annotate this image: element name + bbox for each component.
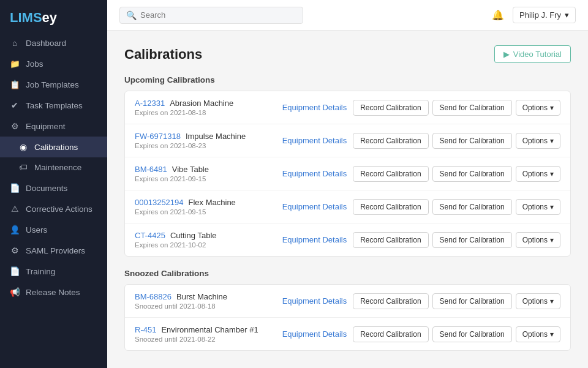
options-chevron-icon: ▾ xyxy=(550,330,554,339)
options-button[interactable]: Options ▾ xyxy=(516,100,560,116)
documents-icon: 📄 xyxy=(10,183,20,193)
cal-info: CT-4425 Cutting Table Expires on 2021-10… xyxy=(135,231,274,249)
cal-id[interactable]: CT-4425 xyxy=(135,231,165,240)
send-for-calibration-button[interactable]: Send for Calibration xyxy=(432,293,512,309)
sidebar-item-saml-providers[interactable]: ⚙SAML Providers xyxy=(0,240,107,261)
page-header: Calibrations ▶ Video Tutorial xyxy=(124,45,571,63)
options-button[interactable]: Options ▾ xyxy=(516,133,560,149)
page-title: Calibrations xyxy=(124,47,202,62)
send-for-calibration-button[interactable]: Send for Calibration xyxy=(432,100,512,116)
user-menu[interactable]: Philip J. Fry ▾ xyxy=(513,7,576,23)
sidebar-item-equipment[interactable]: ⚙Equipment xyxy=(0,116,107,137)
cal-name-line: FW-6971318 Impulse Machine xyxy=(135,132,274,141)
video-tutorial-button[interactable]: ▶ Video Tutorial xyxy=(494,45,571,63)
equipment-details-button[interactable]: Equipment Details xyxy=(280,136,350,145)
saml-providers-icon: ⚙ xyxy=(10,246,20,255)
search-input[interactable] xyxy=(140,10,296,20)
equipment-details-button[interactable]: Equipment Details xyxy=(280,103,350,112)
sidebar-label-release-notes: Release Notes xyxy=(26,288,80,297)
record-calibration-button[interactable]: Record Calibration xyxy=(353,100,428,116)
cal-name-line: 00013252194 Flex Machine xyxy=(135,198,274,207)
sidebar-label-documents: Documents xyxy=(26,184,67,193)
cal-name-line: R-451 Environmental Chamber #1 xyxy=(135,325,274,334)
options-button[interactable]: Options ▾ xyxy=(516,232,560,248)
table-row: R-451 Environmental Chamber #1 Snoozed u… xyxy=(125,318,570,350)
equipment-icon: ⚙ xyxy=(10,121,20,131)
cal-expires: Expires on 2021-08-23 xyxy=(135,142,274,149)
record-calibration-button[interactable]: Record Calibration xyxy=(353,166,428,182)
sidebar-label-job-templates: Job Templates xyxy=(26,80,79,89)
cal-name: Flex Machine xyxy=(189,198,236,207)
topbar: 🔍 🔔 Philip J. Fry ▾ xyxy=(107,0,588,31)
cal-id[interactable]: FW-6971318 xyxy=(135,132,181,141)
send-for-calibration-button[interactable]: Send for Calibration xyxy=(432,326,512,342)
sidebar-item-task-templates[interactable]: ✔Task Templates xyxy=(0,95,107,116)
jobs-icon: 📁 xyxy=(10,59,20,69)
sidebar-label-maintenance: Maintenence xyxy=(34,163,81,172)
cal-actions: Equipment Details Record Calibration Sen… xyxy=(280,326,560,342)
search-icon: 🔍 xyxy=(126,10,137,20)
sidebar-item-calibrations[interactable]: ◉Calibrations xyxy=(0,137,107,157)
table-row: FW-6971318 Impulse Machine Expires on 20… xyxy=(125,124,570,157)
sidebar-item-users[interactable]: 👤Users xyxy=(0,219,107,240)
cal-name-line: BM-6481 Vibe Table xyxy=(135,165,274,174)
search-wrapper[interactable]: 🔍 xyxy=(119,7,303,24)
send-for-calibration-button[interactable]: Send for Calibration xyxy=(432,166,512,182)
cal-info: 00013252194 Flex Machine Expires on 2021… xyxy=(135,198,274,216)
cal-actions: Equipment Details Record Calibration Sen… xyxy=(280,166,560,182)
equipment-details-button[interactable]: Equipment Details xyxy=(280,329,350,339)
equipment-details-button[interactable]: Equipment Details xyxy=(280,296,350,306)
logo-rest: ey xyxy=(42,10,57,25)
user-name: Philip J. Fry xyxy=(519,10,561,20)
cal-actions: Equipment Details Record Calibration Sen… xyxy=(280,100,560,116)
cal-expires: Expires on 2021-09-15 xyxy=(135,175,274,182)
record-calibration-button[interactable]: Record Calibration xyxy=(353,232,428,248)
sidebar-item-maintenance[interactable]: 🏷Maintenence xyxy=(0,157,107,178)
sidebar-label-calibrations: Calibrations xyxy=(34,143,78,152)
cal-id[interactable]: R-451 xyxy=(135,325,156,334)
cal-id[interactable]: BM-68826 xyxy=(135,292,172,301)
send-for-calibration-button[interactable]: Send for Calibration xyxy=(432,199,512,215)
options-button[interactable]: Options ▾ xyxy=(516,166,560,182)
cal-name: Abrasion Machine xyxy=(170,99,233,108)
maintenance-icon: 🏷 xyxy=(18,163,28,172)
snoozed-section-title: Snoozed Calibrations xyxy=(124,269,571,278)
cal-id[interactable]: BM-6481 xyxy=(135,165,167,174)
equipment-details-button[interactable]: Equipment Details xyxy=(280,169,350,178)
send-for-calibration-button[interactable]: Send for Calibration xyxy=(432,133,512,149)
options-button[interactable]: Options ▾ xyxy=(516,199,560,215)
sidebar-item-jobs[interactable]: 📁Jobs xyxy=(0,53,107,74)
topbar-right: 🔔 Philip J. Fry ▾ xyxy=(492,7,576,23)
record-calibration-button[interactable]: Record Calibration xyxy=(353,133,428,149)
send-for-calibration-button[interactable]: Send for Calibration xyxy=(432,232,512,248)
table-row: CT-4425 Cutting Table Expires on 2021-10… xyxy=(125,223,570,256)
options-button[interactable]: Options ▾ xyxy=(516,326,560,342)
cal-name: Cutting Table xyxy=(170,231,217,240)
table-row: A-12331 Abrasion Machine Expires on 2021… xyxy=(125,91,570,124)
cal-name-line: BM-68826 Burst Machine xyxy=(135,292,274,301)
sidebar-item-dashboard[interactable]: ⌂Dashboard xyxy=(0,33,107,53)
record-calibration-button[interactable]: Record Calibration xyxy=(353,293,428,309)
sidebar-item-documents[interactable]: 📄Documents xyxy=(0,178,107,198)
cal-name-line: A-12331 Abrasion Machine xyxy=(135,99,274,108)
cal-actions: Equipment Details Record Calibration Sen… xyxy=(280,133,560,149)
bell-icon[interactable]: 🔔 xyxy=(492,9,504,21)
sidebar-item-release-notes[interactable]: 📢Release Notes xyxy=(0,282,107,302)
table-row: BM-68826 Burst Machine Snoozed until 202… xyxy=(125,285,570,318)
sidebar-item-training[interactable]: 📄Training xyxy=(0,261,107,282)
cal-expires: Expires on 2021-09-15 xyxy=(135,208,274,216)
sidebar-nav: ⌂Dashboard📁Jobs📋Job Templates✔Task Templ… xyxy=(0,33,107,368)
sidebar-item-job-templates[interactable]: 📋Job Templates xyxy=(0,74,107,95)
equipment-details-button[interactable]: Equipment Details xyxy=(280,202,350,211)
record-calibration-button[interactable]: Record Calibration xyxy=(353,199,428,215)
cal-info: R-451 Environmental Chamber #1 Snoozed u… xyxy=(135,325,274,343)
options-button[interactable]: Options ▾ xyxy=(516,293,560,309)
cal-id[interactable]: 00013252194 xyxy=(135,198,184,207)
cal-id[interactable]: A-12331 xyxy=(135,99,165,108)
equipment-details-button[interactable]: Equipment Details xyxy=(280,235,350,244)
options-chevron-icon: ▾ xyxy=(550,103,554,112)
sidebar-item-corrective-actions[interactable]: ⚠Corrective Actions xyxy=(0,198,107,219)
logo-highlight: LIMS xyxy=(10,10,42,25)
record-calibration-button[interactable]: Record Calibration xyxy=(353,326,428,342)
sidebar-label-task-templates: Task Templates xyxy=(26,101,83,110)
